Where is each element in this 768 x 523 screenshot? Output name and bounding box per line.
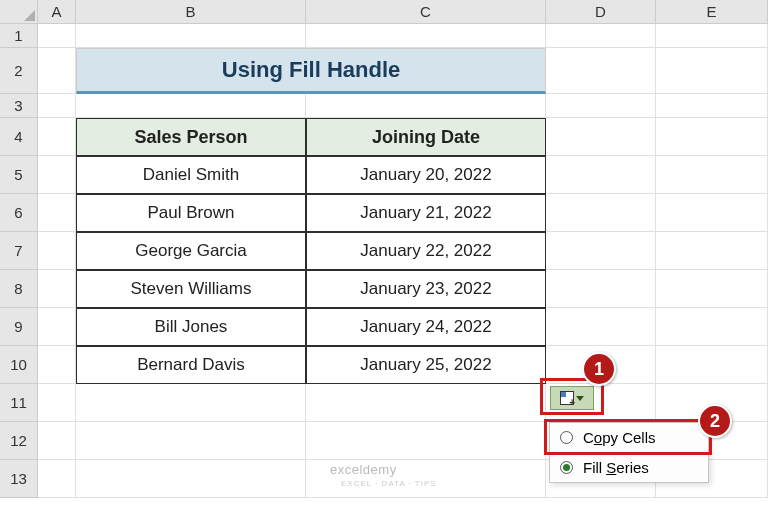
select-all-corner[interactable]	[0, 0, 38, 24]
cell-d3[interactable]	[546, 94, 656, 118]
row-header-5[interactable]: 5	[0, 156, 38, 194]
table-row[interactable]: January 20, 2022	[306, 156, 546, 194]
radio-checked-icon	[560, 461, 573, 474]
table-row[interactable]: January 22, 2022	[306, 232, 546, 270]
watermark-text: exceldemy	[330, 462, 397, 477]
autofill-icon	[560, 391, 574, 405]
autofill-options-button[interactable]	[550, 386, 594, 410]
cell-a8[interactable]	[38, 270, 76, 308]
menu-item-label: Copy Cells	[583, 429, 656, 446]
col-header-b[interactable]: B	[76, 0, 306, 24]
row-header-2[interactable]: 2	[0, 48, 38, 94]
cell-e8[interactable]	[656, 270, 768, 308]
radio-unchecked-icon	[560, 431, 573, 444]
row-header-11[interactable]: 11	[0, 384, 38, 422]
row-header-13[interactable]: 13	[0, 460, 38, 498]
cell-a12[interactable]	[38, 422, 76, 460]
cell-e4[interactable]	[656, 118, 768, 156]
cell-d2[interactable]	[546, 48, 656, 94]
cell-d1[interactable]	[546, 24, 656, 48]
annotation-badge-2: 2	[698, 404, 732, 438]
table-row[interactable]: Paul Brown	[76, 194, 306, 232]
cell-d5[interactable]	[546, 156, 656, 194]
row-header-9[interactable]: 9	[0, 308, 38, 346]
col-header-e[interactable]: E	[656, 0, 768, 24]
cell-b12[interactable]	[76, 422, 306, 460]
cell-e2[interactable]	[656, 48, 768, 94]
cell-e5[interactable]	[656, 156, 768, 194]
row-header-12[interactable]: 12	[0, 422, 38, 460]
autofill-options-menu: Copy Cells Fill Series	[549, 422, 709, 483]
row-header-3[interactable]: 3	[0, 94, 38, 118]
row-header-8[interactable]: 8	[0, 270, 38, 308]
header-person[interactable]: Sales Person	[76, 118, 306, 156]
cell-e3[interactable]	[656, 94, 768, 118]
table-row[interactable]: January 25, 2022	[306, 346, 546, 384]
cell-a10[interactable]	[38, 346, 76, 384]
table-row[interactable]: Bernard Davis	[76, 346, 306, 384]
table-row[interactable]: Daniel Smith	[76, 156, 306, 194]
cell-e7[interactable]	[656, 232, 768, 270]
cell-e10[interactable]	[656, 346, 768, 384]
table-row[interactable]: January 21, 2022	[306, 194, 546, 232]
cell-e1[interactable]	[656, 24, 768, 48]
cell-b1[interactable]	[76, 24, 306, 48]
cell-c3[interactable]	[306, 94, 546, 118]
table-row[interactable]: Steven Williams	[76, 270, 306, 308]
cell-a7[interactable]	[38, 232, 76, 270]
menu-item-label: Fill Series	[583, 459, 649, 476]
cell-a4[interactable]	[38, 118, 76, 156]
cell-d6[interactable]	[546, 194, 656, 232]
cell-d7[interactable]	[546, 232, 656, 270]
cell-a3[interactable]	[38, 94, 76, 118]
cell-d9[interactable]	[546, 308, 656, 346]
cell-d4[interactable]	[546, 118, 656, 156]
header-date[interactable]: Joining Date	[306, 118, 546, 156]
cell-a5[interactable]	[38, 156, 76, 194]
cell-a11[interactable]	[38, 384, 76, 422]
cell-e6[interactable]	[656, 194, 768, 232]
cell-d8[interactable]	[546, 270, 656, 308]
cell-a2[interactable]	[38, 48, 76, 94]
table-row[interactable]: January 23, 2022	[306, 270, 546, 308]
cell-e9[interactable]	[656, 308, 768, 346]
chevron-down-icon	[576, 396, 584, 401]
cell-c11[interactable]	[306, 384, 546, 422]
menu-item-copy-cells[interactable]: Copy Cells	[550, 423, 708, 453]
row-header-10[interactable]: 10	[0, 346, 38, 384]
cell-c1[interactable]	[306, 24, 546, 48]
row-header-6[interactable]: 6	[0, 194, 38, 232]
row-header-4[interactable]: 4	[0, 118, 38, 156]
col-header-d[interactable]: D	[546, 0, 656, 24]
col-header-a[interactable]: A	[38, 0, 76, 24]
table-row[interactable]: Bill Jones	[76, 308, 306, 346]
title-cell[interactable]: Using Fill Handle	[76, 48, 546, 94]
cell-a13[interactable]	[38, 460, 76, 498]
cell-b11[interactable]	[76, 384, 306, 422]
row-header-7[interactable]: 7	[0, 232, 38, 270]
table-row[interactable]: January 24, 2022	[306, 308, 546, 346]
menu-item-fill-series[interactable]: Fill Series	[550, 453, 708, 482]
cell-a9[interactable]	[38, 308, 76, 346]
annotation-badge-1: 1	[582, 352, 616, 386]
row-header-1[interactable]: 1	[0, 24, 38, 48]
cell-a6[interactable]	[38, 194, 76, 232]
cell-a1[interactable]	[38, 24, 76, 48]
cell-b3[interactable]	[76, 94, 306, 118]
cell-c12[interactable]	[306, 422, 546, 460]
cell-b13[interactable]	[76, 460, 306, 498]
col-header-c[interactable]: C	[306, 0, 546, 24]
watermark-subtext: EXCEL · DATA · TIPS	[341, 479, 437, 488]
table-row[interactable]: George Garcia	[76, 232, 306, 270]
